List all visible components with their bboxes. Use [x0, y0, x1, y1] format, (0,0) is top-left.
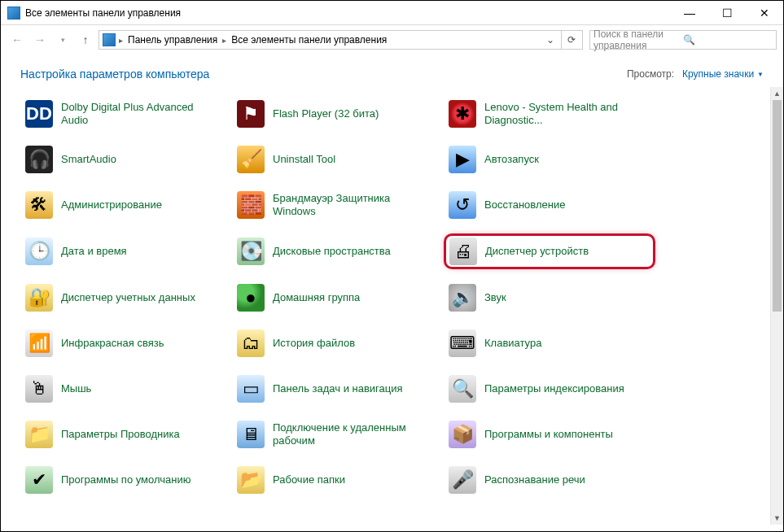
ic-workf-icon: 📂 — [237, 466, 265, 494]
item-label: Диспетчер устройств — [485, 245, 589, 258]
breadcrumb[interactable]: ▸ Панель управления ▸ Все элементы панел… — [99, 30, 583, 50]
ic-taskbar-icon: ▭ — [237, 375, 265, 403]
page-title: Настройка параметров компьютера — [20, 68, 627, 81]
ic-date-icon: 🕒 — [25, 238, 53, 265]
chevron-right-icon[interactable]: ▸ — [222, 36, 226, 45]
control-panel-item[interactable]: ✔Программы по умолчанию — [20, 463, 232, 497]
scroll-up-button[interactable]: ▲ — [771, 87, 783, 100]
ic-index-icon: 🔍 — [449, 375, 476, 403]
close-button[interactable]: ✕ — [746, 1, 783, 24]
titlebar: Все элементы панели управления — ☐ ✕ — [1, 1, 783, 25]
control-panel-item[interactable]: 📶Инфракрасная связь — [20, 326, 232, 360]
control-panel-item[interactable]: ●Домашняя группа — [232, 281, 444, 315]
item-label: Администрирование — [61, 198, 162, 211]
breadcrumb-root[interactable]: Панель управления — [125, 34, 221, 46]
ic-explopt-icon: 📁 — [25, 421, 53, 448]
address-dropdown[interactable]: ⌄ — [541, 34, 559, 46]
breadcrumb-root-label: Панель управления — [128, 34, 217, 46]
ic-rdp-icon: 🖥 — [237, 421, 265, 448]
item-label: Программы по умолчанию — [61, 473, 191, 486]
ic-mouse-icon: 🖱 — [25, 375, 53, 403]
item-label: Распознавание речи — [484, 473, 585, 486]
minimize-button[interactable]: — — [671, 1, 708, 24]
ic-restore-icon: ↺ — [449, 191, 476, 219]
scroll-thumb[interactable] — [773, 100, 782, 312]
control-panel-item[interactable]: ↺Восстановление — [444, 188, 655, 222]
control-panel-item[interactable]: 🖨Диспетчер устройств — [444, 233, 655, 269]
ic-smart-icon: 🎧 — [25, 146, 53, 173]
control-panel-item[interactable]: ✱Lenovo - System Health and Diagnostic..… — [444, 97, 655, 131]
control-panel-item[interactable]: 📁Параметры Проводника — [20, 417, 232, 451]
control-panel-item[interactable]: 🕒Дата и время — [20, 233, 232, 269]
control-panel-item[interactable]: ⚑Flash Player (32 бита) — [232, 97, 444, 131]
ic-default-icon: ✔ — [25, 466, 53, 494]
forward-button[interactable]: → — [30, 30, 50, 50]
view-selector[interactable]: Крупные значки ▼ — [682, 68, 764, 80]
ic-ir-icon: 📶 — [25, 329, 53, 357]
content: DDDolby Digital Plus Advanced Audio⚑Flas… — [1, 87, 783, 525]
ic-lenovo-icon: ✱ — [449, 100, 476, 128]
item-label: Клавиатура — [484, 337, 541, 350]
item-label: Программы и компоненты — [484, 428, 613, 441]
item-label: Звук — [484, 291, 506, 304]
control-panel-item[interactable]: 📂Рабочие папки — [232, 463, 444, 497]
ic-autorun-icon: ▶ — [449, 146, 476, 173]
control-panel-item[interactable]: 🔐Диспетчер учетных данных — [20, 281, 232, 315]
control-panel-item[interactable]: 📦Программы и компоненты — [444, 417, 655, 451]
control-panel-item[interactable]: 🛠Администрирование — [20, 188, 232, 222]
control-panel-item[interactable]: 🧱Брандмауэр Защитника Windows — [232, 188, 444, 222]
chevron-right-icon[interactable]: ▸ — [119, 36, 123, 45]
item-label: Восстановление — [484, 198, 565, 211]
item-label: Подключение к удаленным рабочим — [273, 421, 419, 448]
ic-kbd-icon: ⌨ — [449, 329, 476, 357]
scroll-down-button[interactable]: ▼ — [771, 512, 783, 525]
control-panel-item[interactable]: DDDolby Digital Plus Advanced Audio — [20, 97, 232, 131]
item-label: Параметры Проводника — [61, 428, 180, 441]
up-button[interactable]: ↑ — [76, 30, 95, 50]
breadcrumb-icon — [103, 33, 116, 46]
back-button[interactable]: ← — [7, 30, 27, 50]
recent-dropdown[interactable]: ▾ — [53, 30, 72, 50]
search-placeholder: Поиск в панели управления — [593, 28, 683, 51]
control-panel-item[interactable]: ▭Панель задач и навигация — [232, 372, 444, 406]
search-icon: 🔍 — [683, 34, 773, 46]
ic-home-icon: ● — [237, 284, 265, 312]
ic-uninst-icon: 🧹 — [237, 146, 265, 173]
control-panel-item[interactable]: 🎤Распознавание речи — [444, 463, 655, 497]
control-panel-item[interactable]: ▶Автозапуск — [444, 142, 655, 177]
item-label: Рабочие папки — [273, 473, 345, 486]
window-controls: — ☐ ✕ — [671, 1, 783, 24]
window-title: Все элементы панели управления — [25, 7, 671, 19]
view-value: Крупные значки — [682, 68, 754, 80]
ic-cred-icon: 🔐 — [25, 284, 53, 312]
ic-sound-icon: 🔊 — [449, 284, 476, 312]
control-panel-item[interactable]: ⌨Клавиатура — [444, 326, 655, 360]
control-panel-item[interactable]: 🧹Uninstall Tool — [232, 142, 444, 177]
item-label: Flash Player (32 бита) — [273, 107, 379, 120]
ic-admin-icon: 🛠 — [25, 191, 53, 219]
navbar: ← → ▾ ↑ ▸ Панель управления ▸ Все элемен… — [1, 25, 783, 55]
maximize-button[interactable]: ☐ — [708, 1, 746, 24]
item-label: Дата и время — [61, 245, 127, 258]
control-panel-item[interactable]: 🎧SmartAudio — [20, 142, 232, 177]
ic-disk-icon: 💽 — [237, 238, 265, 265]
control-panel-item[interactable]: 🖥Подключение к удаленным рабочим — [232, 417, 444, 451]
item-label: Инфракрасная связь — [61, 337, 164, 350]
page-header: Настройка параметров компьютера Просмотр… — [1, 55, 783, 87]
item-label: История файлов — [273, 337, 355, 350]
scroll-track[interactable] — [771, 100, 783, 512]
control-panel-item[interactable]: 🖱Мышь — [20, 372, 232, 406]
item-label: Мышь — [61, 382, 91, 395]
item-label: Диспетчер учетных данных — [61, 291, 195, 304]
ic-devmgr-icon: 🖨 — [449, 238, 477, 265]
refresh-button[interactable]: ⟳ — [561, 30, 580, 50]
ic-speech-icon: 🎤 — [449, 466, 476, 494]
vertical-scrollbar[interactable]: ▲ ▼ — [770, 87, 783, 525]
app-icon — [7, 7, 20, 20]
control-panel-item[interactable]: 🔍Параметры индексирования — [444, 372, 655, 406]
breadcrumb-current[interactable]: Все элементы панели управления — [228, 34, 390, 46]
control-panel-item[interactable]: 💽Дисковые пространства — [232, 233, 444, 269]
control-panel-item[interactable]: 🔊Звук — [444, 281, 655, 315]
control-panel-item[interactable]: 🗂История файлов — [232, 326, 444, 360]
search-input[interactable]: Поиск в панели управления 🔍 — [589, 30, 777, 50]
